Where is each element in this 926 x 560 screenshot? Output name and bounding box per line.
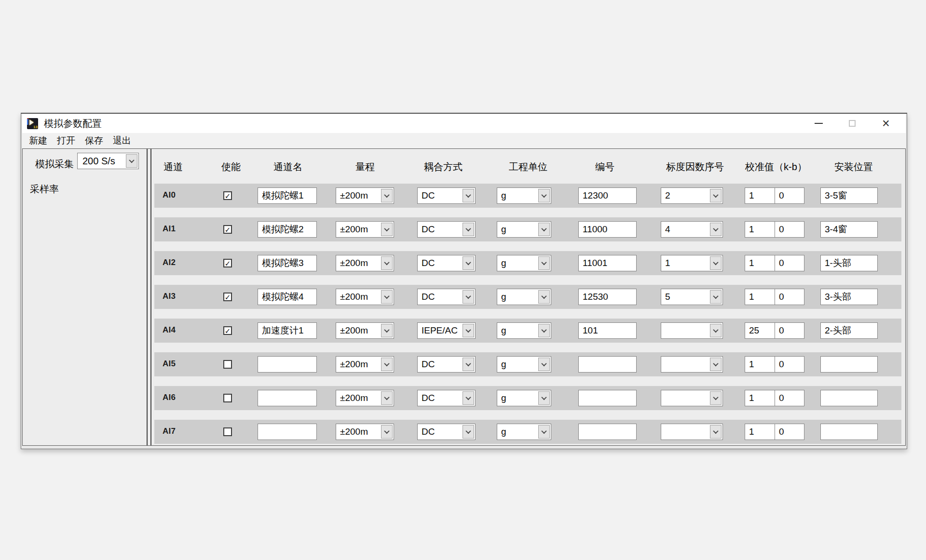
install-position-field[interactable]: 3-4窗 bbox=[820, 221, 878, 238]
install-position-field[interactable]: 3-5窗 bbox=[820, 187, 878, 204]
serial-number-field[interactable]: 12530 bbox=[578, 289, 637, 305]
coupling-combo[interactable]: DC bbox=[417, 390, 476, 406]
scale-factor-combo[interactable] bbox=[661, 322, 723, 339]
coupling-dropdown-button[interactable] bbox=[463, 290, 474, 304]
range-dropdown-button[interactable] bbox=[381, 425, 393, 439]
unit-dropdown-button[interactable] bbox=[538, 358, 550, 371]
calibration-k-field[interactable]: 1 bbox=[745, 187, 775, 204]
coupling-combo[interactable]: DC bbox=[417, 187, 476, 204]
scale-factor-dropdown-button[interactable] bbox=[710, 223, 722, 236]
coupling-combo[interactable]: DC bbox=[417, 356, 476, 373]
channel-name-field[interactable]: 加速度计1 bbox=[258, 322, 317, 339]
range-combo[interactable]: ±200m bbox=[336, 390, 394, 406]
enable-checkbox[interactable]: ✓ bbox=[223, 293, 232, 301]
calibration-b-field[interactable]: 0 bbox=[775, 390, 804, 406]
channel-name-field[interactable]: 模拟陀螺1 bbox=[258, 187, 317, 204]
serial-number-field[interactable]: 11000 bbox=[578, 221, 637, 238]
unit-dropdown-button[interactable] bbox=[538, 223, 550, 236]
range-dropdown-button[interactable] bbox=[381, 189, 393, 202]
coupling-combo[interactable]: DC bbox=[417, 255, 476, 271]
scale-factor-combo[interactable] bbox=[661, 424, 723, 440]
calibration-k-field[interactable]: 25 bbox=[745, 322, 775, 339]
close-button[interactable]: × bbox=[880, 117, 892, 130]
range-combo[interactable]: ±200m bbox=[336, 424, 394, 440]
range-combo[interactable]: ±200m bbox=[336, 255, 394, 271]
scale-factor-combo[interactable]: 2 bbox=[661, 187, 723, 204]
unit-combo[interactable]: g bbox=[497, 390, 551, 406]
serial-number-field[interactable]: 11001 bbox=[578, 255, 637, 271]
install-position-field[interactable]: 1-头部 bbox=[820, 255, 878, 271]
range-dropdown-button[interactable] bbox=[381, 324, 393, 337]
scale-factor-combo[interactable] bbox=[661, 390, 723, 406]
calibration-b-field[interactable]: 0 bbox=[775, 424, 804, 440]
calibration-k-field[interactable]: 1 bbox=[745, 390, 775, 406]
enable-checkbox[interactable]: ✓ bbox=[223, 225, 232, 234]
channel-name-field[interactable] bbox=[258, 424, 317, 440]
range-dropdown-button[interactable] bbox=[381, 391, 393, 405]
menu-item-exit[interactable]: 退出 bbox=[108, 133, 136, 148]
scale-factor-dropdown-button[interactable] bbox=[710, 256, 722, 270]
scale-factor-dropdown-button[interactable] bbox=[710, 391, 722, 405]
range-combo[interactable]: ±200m bbox=[336, 289, 394, 305]
coupling-dropdown-button[interactable] bbox=[463, 391, 474, 405]
range-combo[interactable]: ±200m bbox=[336, 356, 394, 373]
menu-item-open[interactable]: 打开 bbox=[52, 133, 80, 148]
calibration-k-field[interactable]: 1 bbox=[745, 255, 775, 271]
enable-checkbox[interactable]: ✓ bbox=[223, 191, 232, 200]
sample-rate-dropdown-button[interactable] bbox=[126, 154, 137, 168]
scale-factor-dropdown-button[interactable] bbox=[710, 189, 722, 202]
scale-factor-combo[interactable]: 1 bbox=[661, 255, 723, 271]
scale-factor-dropdown-button[interactable] bbox=[710, 425, 722, 439]
serial-number-field[interactable] bbox=[578, 356, 637, 373]
enable-checkbox[interactable] bbox=[223, 394, 232, 402]
coupling-dropdown-button[interactable] bbox=[463, 189, 474, 202]
scale-factor-combo[interactable]: 5 bbox=[661, 289, 723, 305]
serial-number-field[interactable]: 101 bbox=[578, 322, 637, 339]
coupling-dropdown-button[interactable] bbox=[463, 324, 474, 337]
unit-dropdown-button[interactable] bbox=[538, 290, 550, 304]
calibration-k-field[interactable]: 1 bbox=[745, 221, 775, 238]
enable-checkbox[interactable] bbox=[223, 427, 232, 436]
minimize-button[interactable] bbox=[812, 117, 825, 130]
coupling-dropdown-button[interactable] bbox=[463, 425, 474, 439]
scale-factor-dropdown-button[interactable] bbox=[710, 358, 722, 371]
unit-combo[interactable]: g bbox=[497, 424, 551, 440]
serial-number-field[interactable]: 12300 bbox=[578, 187, 637, 204]
channel-name-field[interactable] bbox=[258, 390, 317, 406]
range-dropdown-button[interactable] bbox=[381, 256, 393, 270]
enable-checkbox[interactable]: ✓ bbox=[223, 259, 232, 267]
range-combo[interactable]: ±200m bbox=[336, 322, 394, 339]
sample-rate-combo[interactable]: 200 S/s bbox=[77, 153, 139, 169]
calibration-b-field[interactable]: 0 bbox=[775, 356, 804, 373]
titlebar[interactable]: 13 模拟参数配置 × bbox=[22, 114, 906, 133]
install-position-field[interactable] bbox=[820, 356, 878, 373]
calibration-b-field[interactable]: 0 bbox=[775, 322, 804, 339]
coupling-dropdown-button[interactable] bbox=[463, 358, 474, 371]
calibration-b-field[interactable]: 0 bbox=[775, 187, 804, 204]
install-position-field[interactable] bbox=[820, 424, 878, 440]
unit-dropdown-button[interactable] bbox=[538, 324, 550, 337]
unit-dropdown-button[interactable] bbox=[538, 189, 550, 202]
range-combo[interactable]: ±200m bbox=[336, 187, 394, 204]
calibration-k-field[interactable]: 1 bbox=[745, 424, 775, 440]
calibration-k-field[interactable]: 1 bbox=[745, 356, 775, 373]
coupling-combo[interactable]: DC bbox=[417, 221, 476, 238]
unit-dropdown-button[interactable] bbox=[538, 391, 550, 405]
channel-name-field[interactable] bbox=[258, 356, 317, 373]
enable-checkbox[interactable]: ✓ bbox=[223, 326, 232, 335]
calibration-b-field[interactable]: 0 bbox=[775, 255, 804, 271]
install-position-field[interactable]: 2-头部 bbox=[820, 322, 878, 339]
menu-item-save[interactable]: 保存 bbox=[80, 133, 108, 148]
coupling-combo[interactable]: DC bbox=[417, 289, 476, 305]
install-position-field[interactable] bbox=[820, 390, 878, 406]
coupling-dropdown-button[interactable] bbox=[463, 223, 474, 236]
coupling-dropdown-button[interactable] bbox=[463, 256, 474, 270]
maximize-button[interactable] bbox=[846, 117, 858, 130]
channel-name-field[interactable]: 模拟陀螺3 bbox=[258, 255, 317, 271]
serial-number-field[interactable] bbox=[578, 390, 637, 406]
channel-name-field[interactable]: 模拟陀螺4 bbox=[258, 289, 317, 305]
channel-name-field[interactable]: 模拟陀螺2 bbox=[258, 221, 317, 238]
unit-combo[interactable]: g bbox=[497, 356, 551, 373]
unit-dropdown-button[interactable] bbox=[538, 425, 550, 439]
serial-number-field[interactable] bbox=[578, 424, 637, 440]
